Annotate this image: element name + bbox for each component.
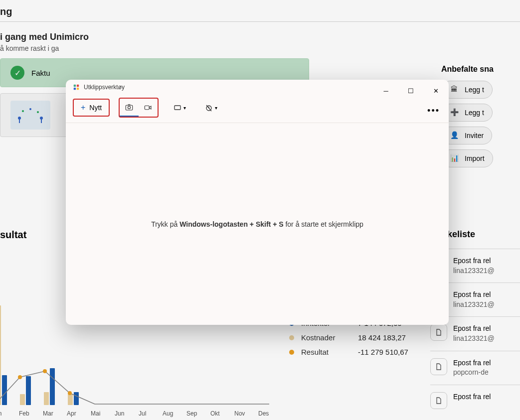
timer-off-icon [205,104,213,112]
chart-legend: Inntekter7 144 672,60 Kostnader18 424 18… [289,319,408,362]
video-icon [144,103,153,112]
chart-x-axis: anFebMarAprMaiJunJulAugSepOktNovDes [0,410,309,417]
svg-point-4 [40,117,43,120]
bar-chart-icon: 📊 [450,154,459,163]
user-plus-icon: 👤 [450,131,459,140]
svg-point-8 [68,391,72,395]
snip-body: Trykk på Windows-logotasten + Skift + S … [66,123,449,325]
svg-rect-9 [74,85,76,87]
more-options-button[interactable]: ••• [427,106,440,116]
snip-app-icon [73,84,80,91]
photo-mode-button[interactable] [120,99,139,117]
onboarding-done-label: Faktu [31,69,50,77]
import-button[interactable]: 📊 Import [441,149,493,167]
chevron-down-icon: ▾ [215,105,217,111]
snipping-tool-window: Utklippsverktøy ─ ☐ ✕ + Nytt ▾ ▾ [66,80,449,325]
svg-point-0 [22,110,24,112]
delay-button[interactable]: ▾ [201,99,221,117]
svg-rect-15 [145,106,149,110]
camera-icon [125,103,134,112]
new-snip-button[interactable]: + Nytt [73,99,110,117]
maximize-button[interactable]: ☐ [403,84,419,98]
rectangle-icon [173,104,181,112]
plus-icon: + [81,103,85,112]
svg-point-1 [29,108,31,110]
bank-icon: 🏛 [450,85,459,94]
minimize-button[interactable]: ─ [378,84,394,98]
recommended-title: Anbefalte sna [441,65,520,74]
dot-kostnader [289,335,294,340]
svg-rect-12 [77,88,79,90]
capture-mode-group [119,98,159,118]
recommended-panel: Anbefalte sna 🏛 Legg t ➕ Legg t 👤 Invite… [436,65,520,172]
window-controls: ─ ☐ ✕ [378,84,444,98]
file-icon [430,392,447,409]
svg-rect-11 [74,88,76,90]
chevron-down-icon: ▾ [183,105,186,111]
svg-rect-10 [77,85,79,87]
file-icon [430,324,447,341]
check-icon: ✓ [10,66,24,80]
svg-point-3 [18,117,21,120]
svg-point-6 [18,375,22,379]
svg-point-7 [43,369,47,373]
add-button-2[interactable]: ➕ Legg t [441,104,493,122]
svg-point-14 [128,106,131,109]
close-button[interactable]: ✕ [428,84,444,98]
snip-title-text: Utklippsverktøy [84,84,125,91]
reminder-item[interactable]: Epost fra relpopcorn-de [430,351,520,385]
svg-rect-16 [174,106,180,110]
snip-hint: Trykk på Windows-logotasten + Skift + S … [151,220,363,228]
invite-button[interactable]: 👤 Inviter [441,127,492,144]
bg-header-text: ng [0,6,520,17]
plus-circle-icon: ➕ [450,108,459,117]
reminder-item[interactable]: Epost fra rel [430,385,520,416]
shape-select-button[interactable]: ▾ [170,99,190,117]
onboarding-title: i gang med Unimicro [0,32,520,42]
video-mode-button[interactable] [139,99,158,117]
onboarding-illustration [10,101,50,130]
snip-toolbar: + Nytt ▾ ▾ [66,95,449,123]
bg-header: ng [0,0,520,21]
onboarding-sub: å komme raskt i ga [0,44,520,52]
new-snip-label: Nytt [89,104,102,112]
dot-resultat [289,350,294,355]
svg-point-2 [37,111,39,113]
add-button-1[interactable]: 🏛 Legg t [441,81,493,99]
file-icon [430,358,447,375]
